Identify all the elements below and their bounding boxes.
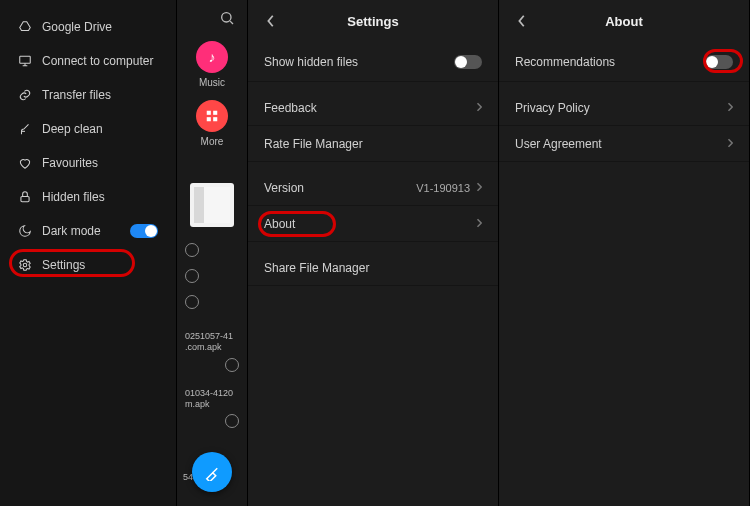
row-label: Share File Manager (264, 261, 369, 275)
search-button[interactable] (219, 0, 247, 35)
brush-icon (18, 122, 32, 136)
more-category-button[interactable] (196, 100, 228, 132)
music-category-button[interactable]: ♪ (196, 41, 228, 73)
row-label: Recommendations (515, 55, 615, 69)
sidebar-item-connect-computer[interactable]: Connect to computer (0, 44, 176, 78)
sidebar-item-transfer-files[interactable]: Transfer files (0, 78, 176, 112)
settings-header: Settings (248, 0, 498, 42)
sidebar-item-hidden-files[interactable]: Hidden files (0, 180, 176, 214)
row-label: Version (264, 181, 304, 195)
sidebar-item-label: Deep clean (42, 122, 103, 136)
row-label: Feedback (264, 101, 317, 115)
svg-rect-1 (21, 196, 29, 201)
row-about[interactable]: About (248, 206, 498, 242)
music-label: Music (199, 77, 225, 88)
dark-mode-toggle[interactable] (130, 224, 158, 238)
moon-icon (18, 224, 32, 238)
sidebar-item-label: Google Drive (42, 20, 112, 34)
monitor-icon (18, 54, 32, 68)
settings-back-button[interactable] (260, 10, 282, 32)
grid-icon (205, 109, 219, 123)
gear-icon (18, 258, 32, 272)
sidebar: Google Drive Connect to computer Transfe… (0, 0, 176, 506)
file-name-line: m.apk (185, 399, 210, 409)
sidebar-item-label: Hidden files (42, 190, 105, 204)
about-back-button[interactable] (511, 10, 533, 32)
row-label: Rate File Manager (264, 137, 363, 151)
row-share[interactable]: Share File Manager (248, 250, 498, 286)
svg-point-2 (23, 263, 27, 267)
version-value: V1-190913 (416, 182, 470, 194)
sidebar-item-settings[interactable]: Settings (0, 248, 176, 282)
svg-rect-4 (207, 111, 211, 115)
row-label: Show hidden files (264, 55, 358, 69)
file-item-radio-3[interactable] (177, 289, 247, 315)
row-privacy-policy[interactable]: Privacy Policy (499, 90, 749, 126)
chevron-right-icon (727, 101, 733, 115)
file-name-line: 01034-4120 (185, 388, 233, 398)
svg-point-3 (222, 13, 231, 22)
sidebar-item-favourites[interactable]: Favourites (0, 146, 176, 180)
heart-icon (18, 156, 32, 170)
sidebar-item-label: Favourites (42, 156, 98, 170)
settings-panel: Settings Show hidden files Feedback Rate… (248, 0, 499, 506)
file-item-radio-1[interactable] (177, 237, 247, 263)
recommendations-toggle[interactable] (705, 55, 733, 69)
svg-rect-6 (207, 117, 211, 121)
sidebar-item-deep-clean[interactable]: Deep clean (0, 112, 176, 146)
google-drive-icon (18, 20, 32, 34)
svg-rect-0 (20, 56, 31, 63)
file-item-radio-2[interactable] (177, 263, 247, 289)
row-label: Privacy Policy (515, 101, 590, 115)
row-recommendations[interactable]: Recommendations (499, 42, 749, 82)
svg-rect-7 (213, 117, 217, 121)
row-show-hidden-files[interactable]: Show hidden files (248, 42, 498, 82)
show-hidden-toggle[interactable] (454, 55, 482, 69)
sidebar-item-google-drive[interactable]: Google Drive (0, 10, 176, 44)
link-icon (18, 88, 32, 102)
file-name-line: 0251057-41 (185, 331, 233, 341)
file-name-line: .com.apk (185, 342, 222, 352)
chevron-right-icon (476, 101, 482, 115)
more-label: More (201, 136, 224, 147)
chevron-right-icon (727, 137, 733, 151)
file-column: ♪ Music More 0251057-41 .com.apk 01034-4… (176, 0, 248, 506)
recent-thumbnail[interactable] (190, 183, 234, 227)
row-feedback[interactable]: Feedback (248, 90, 498, 126)
sidebar-item-label: Connect to computer (42, 54, 153, 68)
row-label: About (264, 217, 295, 231)
sidebar-item-label: Settings (42, 258, 85, 272)
row-version: Version V1-190913 (248, 170, 498, 206)
sidebar-item-dark-mode[interactable]: Dark mode (0, 214, 176, 248)
settings-title: Settings (248, 14, 498, 29)
music-note-icon: ♪ (209, 49, 216, 65)
about-title: About (499, 14, 749, 29)
sidebar-item-label: Transfer files (42, 88, 111, 102)
svg-rect-5 (213, 111, 217, 115)
file-item-1[interactable]: 0251057-41 .com.apk (177, 323, 247, 380)
row-user-agreement[interactable]: User Agreement (499, 126, 749, 162)
row-label: User Agreement (515, 137, 602, 151)
chevron-right-icon (476, 217, 482, 231)
about-panel: About Recommendations Privacy Policy Use… (499, 0, 750, 506)
file-item-2[interactable]: 01034-4120 m.apk (177, 380, 247, 437)
sidebar-item-label: Dark mode (42, 224, 101, 238)
about-header: About (499, 0, 749, 42)
clean-fab-button[interactable] (192, 452, 232, 492)
lock-icon (18, 190, 32, 204)
broom-icon (203, 463, 221, 481)
row-rate[interactable]: Rate File Manager (248, 126, 498, 162)
chevron-right-icon (476, 181, 482, 195)
